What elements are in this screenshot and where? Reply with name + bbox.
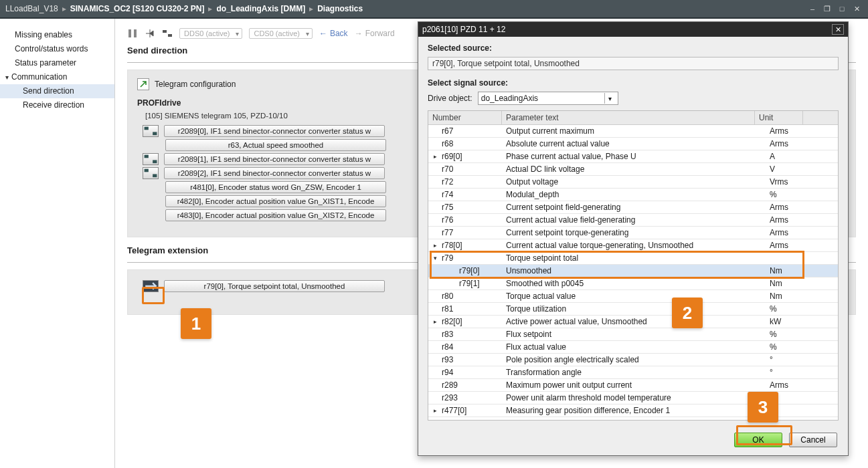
grid-row[interactable]: r94Transformation angle° <box>428 366 838 379</box>
svg-rect-5 <box>153 132 157 136</box>
cancel-button[interactable]: Cancel <box>789 433 837 447</box>
expand-icon[interactable]: ▸ <box>434 153 440 160</box>
drive-object-dropdown[interactable]: do_LeadingAxis ▾ <box>478 92 618 105</box>
grid-row[interactable]: r74Modulat_depth% <box>428 189 838 201</box>
grid-row[interactable]: r75Current setpoint field-generatingArms <box>428 201 838 214</box>
grid-row[interactable]: r79[1]Smoothed with p0045Nm <box>428 277 838 290</box>
grid-row[interactable]: r80Torque actual valueNm <box>428 290 838 303</box>
nav-item-send-direction[interactable]: Send direction <box>0 84 114 98</box>
pzd-row[interactable]: r2089[1], IF1 send binector-connector co… <box>164 153 385 165</box>
crumb-0[interactable]: LLoadBal_V18 <box>5 4 58 13</box>
cell-spacer <box>814 397 838 398</box>
cell-spacer <box>814 181 838 183</box>
dds-combo[interactable]: DDS0 (active) <box>179 28 242 39</box>
crumb-3[interactable]: Diagnostics <box>317 4 363 13</box>
cell-unit: Arms <box>766 202 814 213</box>
cell-unit: A <box>766 151 814 162</box>
grid-row[interactable]: r77Current setpoint torque-generatingArm… <box>428 227 838 239</box>
grid-row[interactable]: r81Torque utilization% <box>428 303 838 316</box>
ext-row[interactable]: r79[0], Torque setpoint total, Unsmoothe… <box>164 280 385 292</box>
expand-icon[interactable]: ▾ <box>434 255 440 261</box>
grid-row[interactable]: r68Absolute current actual valueArms <box>428 138 838 150</box>
minimize-button[interactable]: – <box>806 4 818 13</box>
grid-row[interactable]: ▾r79Torque setpoint total <box>428 252 838 265</box>
nav-item-receive-direction[interactable]: Receive direction <box>0 98 114 112</box>
cell-text: Measuring gear position difference, Enco… <box>502 405 766 416</box>
cell-spacer <box>814 410 838 411</box>
signal-source-dialog: p2061[10] PZD 11 + 12 ✕ Selected source:… <box>418 21 849 456</box>
nav-item-communication[interactable]: Communication <box>0 70 114 84</box>
cell-number: r94 <box>428 367 502 378</box>
grid-body[interactable]: r67Output current maximumArmsr68Absolute… <box>428 125 838 419</box>
cell-text: Transformation angle <box>502 367 766 378</box>
pzd-row[interactable]: r2089[2], IF1 send binector-connector co… <box>164 167 385 179</box>
svg-rect-8 <box>145 169 149 172</box>
cell-text: Torque actual value <box>502 291 766 302</box>
expand-icon[interactable]: ▸ <box>434 407 440 414</box>
crumb-2[interactable]: do_LeadingAxis [DMM] <box>216 4 305 13</box>
restore-button[interactable]: ❐ <box>821 4 833 13</box>
back-link[interactable]: ←Back <box>319 29 348 38</box>
cds-combo[interactable]: CDS0 (active) <box>249 28 312 39</box>
cell-unit: V <box>766 164 814 174</box>
external-link-icon <box>137 78 149 90</box>
pzd-row[interactable]: r63, Actual speed smoothed <box>165 139 386 151</box>
cell-unit: % <box>766 189 814 200</box>
dialog-title: p2061[10] PZD 11 + 12 <box>422 25 505 34</box>
pzd-row[interactable]: r483[0], Encoder actual position value G… <box>165 209 386 221</box>
cell-spacer <box>814 219 838 221</box>
grid-row[interactable]: r76Current actual value field-generating… <box>428 214 838 227</box>
cell-unit: Nm <box>766 278 814 289</box>
bits-icon[interactable] <box>143 153 159 165</box>
cell-text: Maximum power unit output current <box>502 380 766 390</box>
cell-text: Current actual value torque-generating, … <box>502 240 766 251</box>
pzd-row[interactable]: r482[0], Encoder actual position value G… <box>165 195 386 207</box>
cell-number: ▾r79 <box>428 253 502 263</box>
grid-row[interactable]: r289Maximum power unit output currentArm… <box>428 379 838 392</box>
pzd-row[interactable]: r2089[0], IF1 send binector-connector co… <box>164 125 385 137</box>
cell-number: ▸r78[0] <box>428 240 502 251</box>
col-number[interactable]: Number <box>428 111 502 124</box>
cell-unit: % <box>766 329 814 340</box>
col-text[interactable]: Parameter text <box>502 111 755 124</box>
cell-spacer <box>814 194 838 195</box>
grid-row[interactable]: ▸r82[0]Active power actual value, Unsmoo… <box>428 316 838 328</box>
dialog-close-button[interactable]: ✕ <box>832 24 844 35</box>
cell-text: Active power actual value, Unsmoothed <box>502 316 766 327</box>
selected-source-value: r79[0], Torque setpoint total, Unsmoothe… <box>428 57 839 70</box>
cell-spacer <box>814 257 838 259</box>
tool-icon-3[interactable] <box>162 28 173 39</box>
bits-icon[interactable] <box>143 167 159 179</box>
nav-item-missing-enables[interactable]: Missing enables <box>0 28 114 42</box>
cell-text: Absolute current actual value <box>502 138 766 149</box>
expand-icon[interactable]: ▸ <box>434 318 440 325</box>
tool-icon-1[interactable] <box>127 28 138 39</box>
nav-item-control-status[interactable]: Control/status words <box>0 42 114 56</box>
col-unit[interactable]: Unit <box>755 111 803 124</box>
crumb-1[interactable]: SINAMICS_OC2 [S120 CU320-2 PN] <box>70 4 205 13</box>
grid-row[interactable]: r79[0]UnsmoothedNm <box>428 265 838 277</box>
maximize-button[interactable]: □ <box>836 4 848 13</box>
grid-row[interactable]: r72Output voltageVrms <box>428 176 838 189</box>
grid-row[interactable]: r84Flux actual value% <box>428 341 838 354</box>
cell-text: Torque utilization <box>502 304 766 314</box>
grid-row[interactable]: r70Actual DC link voltageV <box>428 163 838 176</box>
forward-link[interactable]: →Forward <box>355 29 395 38</box>
close-button[interactable]: ✕ <box>851 4 863 13</box>
grid-row[interactable]: ▸r69[0]Phase current actual value, Phase… <box>428 150 838 163</box>
cell-unit <box>766 257 814 259</box>
col-spacer <box>803 111 838 124</box>
bits-icon[interactable] <box>143 125 159 137</box>
cell-spacer <box>814 130 838 132</box>
expand-icon[interactable]: ▸ <box>434 242 440 249</box>
grid-row[interactable]: r83Flux setpoint% <box>428 328 838 341</box>
cell-number: ▸r479[0] <box>428 418 502 419</box>
grid-row[interactable]: r93Pole position angle electrically scal… <box>428 354 838 366</box>
cell-text: Output current maximum <box>502 126 766 136</box>
crumb-sep-icon: ▸ <box>208 4 212 13</box>
nav-item-status-param[interactable]: Status parameter <box>0 56 114 70</box>
grid-row[interactable]: r67Output current maximumArms <box>428 125 838 138</box>
pzd-row[interactable]: r481[0], Encoder status word Gn_ZSW, Enc… <box>165 181 386 193</box>
tool-icon-2[interactable] <box>145 28 155 39</box>
grid-row[interactable]: ▸r78[0]Current actual value torque-gener… <box>428 239 838 252</box>
